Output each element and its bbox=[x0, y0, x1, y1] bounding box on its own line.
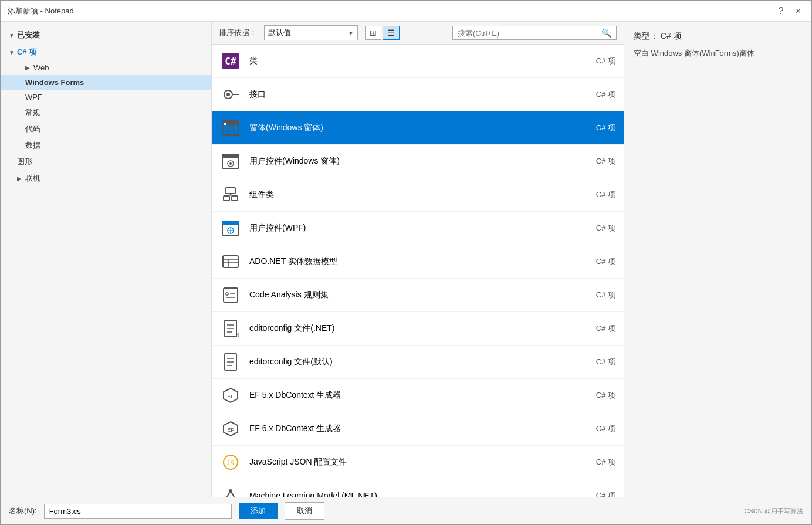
sidebar-item-online[interactable]: ▶ 联机 bbox=[1, 170, 211, 187]
item-category: C# 项 bbox=[569, 89, 615, 100]
svg-rect-15 bbox=[232, 196, 238, 201]
list-item[interactable]: Machine Learning Model (ML.NET)C# 项 bbox=[212, 479, 624, 497]
item-icon bbox=[220, 251, 241, 272]
item-category: C# 项 bbox=[569, 156, 615, 167]
right-panel: 类型： C# 项 空白 Windows 窗体(WinForms)窗体 bbox=[624, 22, 811, 497]
list-item[interactable]: JSJavaScript JSON 配置文件C# 项 bbox=[212, 446, 624, 479]
general-label: 常规 bbox=[25, 107, 40, 118]
svg-rect-7 bbox=[224, 123, 226, 125]
svg-rect-14 bbox=[224, 196, 229, 201]
item-icon bbox=[220, 284, 241, 306]
list-view-btn[interactable]: ☰ bbox=[383, 26, 400, 40]
graphics-label: 图形 bbox=[17, 157, 32, 167]
sidebar-item-data[interactable]: 数据 bbox=[1, 137, 211, 154]
svg-line-18 bbox=[231, 195, 235, 196]
search-input[interactable] bbox=[458, 29, 601, 38]
item-name: Code Analysis 规则集 bbox=[249, 290, 569, 300]
cancel-button[interactable]: 取消 bbox=[285, 502, 324, 520]
grid-view-btn[interactable]: ⊞ bbox=[365, 26, 381, 40]
item-category: C# 项 bbox=[569, 490, 615, 497]
item-name: 接口 bbox=[249, 89, 569, 100]
item-name: 用户控件(Windows 窗体) bbox=[249, 156, 569, 167]
item-category: C# 项 bbox=[569, 123, 615, 133]
dropdown-arrow-icon: ▼ bbox=[348, 30, 354, 36]
search-icon[interactable]: 🔍 bbox=[601, 28, 611, 38]
item-name: EF 5.x DbContext 生成器 bbox=[249, 390, 569, 401]
item-category: C# 项 bbox=[569, 256, 615, 267]
list-item[interactable]: .Neditorconfig 文件(.NET)C# 项 bbox=[212, 312, 624, 346]
sidebar-item-wpf[interactable]: WPF bbox=[1, 90, 211, 104]
item-category: C# 项 bbox=[569, 290, 615, 300]
list-item[interactable]: C#类C# 项 bbox=[212, 45, 624, 78]
list-item[interactable]: EFEF 5.x DbContext 生成器C# 项 bbox=[212, 379, 624, 412]
web-label: Web bbox=[33, 63, 49, 72]
installed-header: ▼ 已安装 bbox=[1, 26, 211, 44]
sort-label: 排序依据： bbox=[219, 28, 257, 38]
list-item[interactable]: Code Analysis 规则集C# 项 bbox=[212, 279, 624, 312]
data-label: 数据 bbox=[25, 140, 40, 151]
item-icon: EF bbox=[220, 418, 241, 439]
sidebar-item-general[interactable]: 常规 bbox=[1, 104, 211, 121]
list-item[interactable]: 用户控件(WPF)C# 项 bbox=[212, 212, 624, 245]
add-button[interactable]: 添加 bbox=[239, 503, 278, 519]
center-panel: 排序依据： 默认值 ▼ ⊞ ☰ 🔍 C#类C# 项接口C# 项窗体(Window… bbox=[212, 22, 624, 497]
wpf-label: WPF bbox=[25, 93, 42, 101]
sort-dropdown[interactable]: 默认值 ▼ bbox=[264, 25, 358, 40]
web-chevron: ▶ bbox=[25, 65, 30, 71]
item-name: 组件类 bbox=[249, 189, 569, 200]
installed-chevron: ▼ bbox=[9, 32, 15, 39]
svg-point-4 bbox=[226, 93, 230, 96]
item-icon: .N bbox=[220, 318, 241, 339]
item-icon: JS bbox=[220, 452, 241, 473]
sort-value: 默认值 bbox=[268, 28, 348, 38]
svg-point-47 bbox=[229, 489, 232, 493]
online-chevron: ▶ bbox=[17, 175, 22, 182]
svg-text:C#: C# bbox=[225, 56, 236, 67]
item-category: C# 项 bbox=[569, 323, 615, 334]
item-icon bbox=[220, 485, 241, 497]
item-category: C# 项 bbox=[569, 390, 615, 401]
csharp-label: C# 项 bbox=[17, 47, 36, 57]
sidebar-item-windows-forms[interactable]: Windows Forms bbox=[1, 75, 211, 90]
filename-input[interactable] bbox=[44, 504, 232, 519]
list-item[interactable]: 窗体(Windows 窗体)C# 项 bbox=[212, 111, 624, 145]
svg-rect-29 bbox=[226, 293, 228, 295]
list-item[interactable]: 接口C# 项 bbox=[212, 78, 624, 111]
list-item[interactable]: EFEF 6.x DbContext 生成器C# 项 bbox=[212, 412, 624, 446]
sidebar-item-graphics[interactable]: 图形 bbox=[1, 154, 211, 170]
item-category: C# 项 bbox=[569, 189, 615, 200]
dialog-title: 添加新项 - Notepad bbox=[8, 6, 74, 16]
item-name: Machine Learning Model (ML.NET) bbox=[249, 491, 569, 497]
item-category: C# 项 bbox=[569, 223, 615, 233]
installed-label: 已安装 bbox=[17, 30, 40, 40]
svg-text:EF: EF bbox=[227, 394, 234, 399]
item-icon bbox=[220, 218, 241, 239]
sidebar: ▼ 已安装 ▼ C# 项 ▶ Web Windows Forms WPF 常规 … bbox=[1, 22, 212, 497]
title-bar: 添加新项 - Notepad ? × bbox=[1, 1, 811, 22]
help-button[interactable]: ? bbox=[775, 5, 787, 18]
svg-point-12 bbox=[229, 162, 232, 165]
item-name: editorconfig 文件(.NET) bbox=[249, 323, 569, 334]
item-name: EF 6.x DbContext 生成器 bbox=[249, 424, 569, 434]
search-box: 🔍 bbox=[452, 26, 617, 40]
online-label: 联机 bbox=[25, 173, 40, 184]
sidebar-item-code[interactable]: 代码 bbox=[1, 121, 211, 137]
item-icon bbox=[220, 184, 241, 205]
csharp-group[interactable]: ▼ C# 项 bbox=[1, 44, 211, 60]
item-icon: EF bbox=[220, 385, 241, 406]
items-list: C#类C# 项接口C# 项窗体(Windows 窗体)C# 项用户控件(Wind… bbox=[212, 45, 624, 497]
item-category: C# 项 bbox=[569, 424, 615, 434]
item-icon bbox=[220, 117, 241, 138]
list-item[interactable]: editorconfig 文件(默认)C# 项 bbox=[212, 346, 624, 379]
sidebar-item-web[interactable]: ▶ Web bbox=[1, 60, 211, 75]
item-icon bbox=[220, 151, 241, 172]
list-item[interactable]: 用户控件(Windows 窗体)C# 项 bbox=[212, 145, 624, 178]
description: 空白 Windows 窗体(WinForms)窗体 bbox=[634, 48, 802, 59]
list-item[interactable]: 组件类C# 项 bbox=[212, 178, 624, 212]
close-button[interactable]: × bbox=[792, 5, 804, 18]
item-icon bbox=[220, 84, 241, 105]
list-item[interactable]: ADO.NET 实体数据模型C# 项 bbox=[212, 245, 624, 279]
type-value: C# 项 bbox=[661, 31, 682, 40]
svg-rect-8 bbox=[228, 127, 234, 131]
svg-rect-24 bbox=[223, 256, 238, 267]
